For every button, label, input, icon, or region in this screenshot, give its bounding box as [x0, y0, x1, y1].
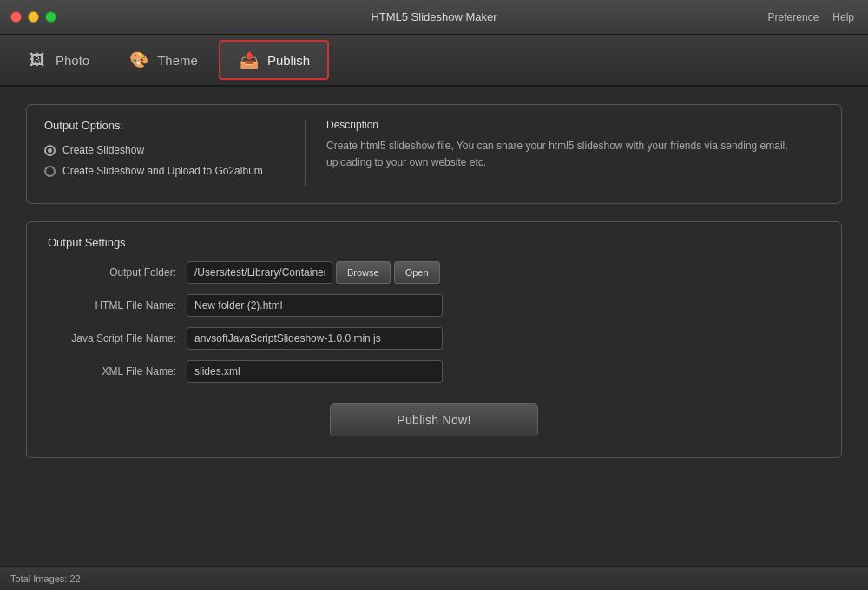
main-content: Output Options: Create Slideshow Create … [0, 87, 868, 566]
tab-publish-label: Publish [267, 53, 310, 68]
radio-create-upload-label: Create Slideshow and Upload to Go2album [62, 165, 263, 177]
html-file-label: HTML File Name: [48, 299, 187, 311]
output-options-box: Output Options: Create Slideshow Create … [26, 104, 842, 204]
output-settings-title: Output Settings [48, 236, 820, 249]
tab-theme-label: Theme [157, 53, 198, 68]
maximize-button[interactable] [45, 11, 56, 23]
output-folder-input[interactable] [187, 261, 332, 284]
description-text: Create html5 slideshow file, You can sha… [326, 138, 824, 171]
statusbar: Total Images: 22 [0, 566, 868, 590]
titlebar: HTML5 Slideshow Maker Preference Help [0, 0, 868, 35]
js-file-input[interactable] [187, 327, 443, 350]
radio-create-slideshow-label: Create Slideshow [62, 144, 144, 156]
publish-icon: 📤 [238, 50, 260, 69]
xml-file-input[interactable] [187, 360, 443, 383]
close-button[interactable] [10, 11, 22, 23]
options-left: Output Options: Create Slideshow Create … [44, 119, 305, 186]
photo-icon: 🖼 [26, 50, 49, 69]
radio-create-upload-btn[interactable] [44, 166, 56, 177]
tabbar: 🖼 Photo 🎨 Theme 📤 Publish [0, 35, 868, 87]
html-file-input[interactable] [187, 294, 443, 317]
description-box: Description Create html5 slideshow file,… [305, 119, 824, 186]
output-folder-row: Output Folder: Browse Open [48, 261, 820, 284]
theme-icon: 🎨 [128, 50, 150, 69]
tab-photo[interactable]: 🖼 Photo [9, 40, 107, 80]
statusbar-text: Total Images: 22 [10, 574, 81, 584]
description-title: Description [326, 119, 824, 131]
publish-row: Publish Now! [48, 403, 820, 436]
xml-file-row: XML File Name: [48, 360, 820, 383]
tab-theme[interactable]: 🎨 Theme [110, 40, 215, 80]
tab-publish[interactable]: 📤 Publish [219, 40, 329, 80]
output-settings-box: Output Settings Output Folder: Browse Op… [26, 221, 842, 458]
html-file-row: HTML File Name: [48, 294, 820, 317]
minimize-button[interactable] [28, 11, 39, 23]
topbar-actions: Preference Help [768, 11, 854, 23]
radio-create-slideshow[interactable]: Create Slideshow [44, 144, 305, 156]
js-file-row: Java Script File Name: [48, 327, 820, 350]
preference-link[interactable]: Preference [768, 11, 819, 23]
radio-create-upload[interactable]: Create Slideshow and Upload to Go2album [44, 165, 305, 177]
output-options-title: Output Options: [44, 119, 305, 132]
radio-create-slideshow-btn[interactable] [44, 145, 56, 156]
output-folder-label: Output Folder: [48, 266, 187, 279]
app-title: HTML5 Slideshow Maker [371, 10, 496, 23]
open-button[interactable]: Open [394, 261, 440, 284]
js-file-label: Java Script File Name: [48, 332, 187, 344]
output-folder-controls: Browse Open [187, 261, 440, 284]
xml-file-label: XML File Name: [48, 365, 187, 377]
window-controls [10, 11, 56, 23]
publish-now-button[interactable]: Publish Now! [330, 403, 538, 436]
browse-button[interactable]: Browse [336, 261, 391, 284]
tab-photo-label: Photo [56, 53, 89, 68]
help-link[interactable]: Help [832, 11, 854, 23]
